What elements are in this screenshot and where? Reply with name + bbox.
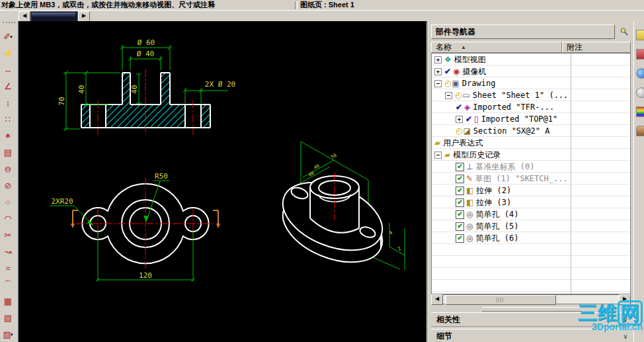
dim-height-70[interactable]: 70	[58, 97, 66, 105]
pin-button[interactable]	[618, 25, 631, 38]
dim-height-40[interactable]: 40	[77, 85, 86, 93]
curve-length-dimension-button[interactable]: ≈	[0, 260, 16, 277]
dim-hole-depth-40[interactable]: 40	[130, 85, 139, 93]
rapid-dimension-button[interactable]: ⚡	[0, 45, 16, 62]
tree-row[interactable]: − ▰ 模型历史记录	[432, 149, 630, 161]
scrollbar-track[interactable]	[30, 11, 78, 22]
tree-row[interactable]: ✔ ◧ 拉伸 (2)	[432, 185, 630, 196]
tree-row[interactable]: ◴◪ Section "SX@2" A	[432, 125, 630, 137]
tree-item-label[interactable]: Imported "TFR-...	[473, 103, 554, 112]
navigator-horizontal-scrollbar[interactable]: ◀ ▶	[431, 294, 631, 304]
tree-row[interactable]: ✔ ✎ 草图 (1) "SKETCH_...	[432, 173, 630, 185]
chamfer-dimension-button[interactable]: ✂	[0, 227, 16, 243]
check-mark[interactable]: ✔	[456, 234, 464, 243]
dropdown-caret-icon[interactable]: ▾	[11, 332, 13, 337]
dependencies-section-bar[interactable]: 相关性 ∨	[431, 312, 631, 327]
column-divider[interactable]	[571, 54, 571, 294]
tree-item-label[interactable]: 基准坐标系 (0)	[475, 161, 534, 173]
vertical-dimension-button[interactable]: ↕	[0, 95, 16, 111]
tree-item-label[interactable]: 简单孔 (4)	[475, 209, 518, 220]
tree-row[interactable]: ✔ ◎ 简单孔 (5)	[432, 220, 630, 232]
tree-row[interactable]: − ◴▣ Drawing	[432, 77, 630, 89]
scrollbar-thumb[interactable]	[32, 13, 75, 19]
plan-view[interactable]: R50 2XR20 120	[50, 172, 220, 282]
inferred-dimension-button[interactable]: ✐▾	[0, 28, 16, 45]
check-mark[interactable]: ✔	[456, 198, 464, 207]
tree-row[interactable]: ✔ ◎ 简单孔 (4)	[432, 208, 630, 220]
column-header-note[interactable]: 附注	[562, 42, 631, 53]
expander-icon[interactable]: −	[434, 80, 442, 87]
tree-row[interactable]: ✔ ◈ Imported "TFR-...	[432, 101, 630, 113]
canvas-horizontal-scrollbar[interactable]: ◀ ▶	[19, 11, 90, 21]
tree-item-label[interactable]: 拉伸 (2)	[476, 185, 511, 196]
check-mark[interactable]: ✔	[456, 103, 462, 112]
dim-radius-50[interactable]: R50	[155, 172, 168, 181]
check-mark[interactable]: ✔	[456, 163, 464, 171]
tree-row[interactable]: ✔ ⊥ 基准坐标系 (0)	[432, 161, 630, 173]
tree-item-label[interactable]: Imported "TOP@1"	[481, 114, 558, 124]
tree-row[interactable]: ✔ ◧ 拉伸 (3)	[432, 196, 630, 208]
tree-row[interactable]: + ✔ ◉ 摄像机	[432, 65, 630, 77]
diameter-dimension-button[interactable]: ⊘	[0, 177, 16, 194]
find-icon[interactable]	[636, 87, 644, 98]
arc-length-dimension-button[interactable]: ⌒	[0, 277, 16, 293]
panel-splitter[interactable]	[482, 307, 581, 312]
iso-dim[interactable]: 40	[313, 163, 320, 171]
nav-scroll-left-button[interactable]: ◀	[431, 294, 443, 305]
nav-scroll-right-button[interactable]: ▶	[619, 294, 631, 305]
nav-scrollbar-thumb[interactable]	[446, 295, 556, 305]
point-dimension-button[interactable]: ✶	[0, 128, 16, 144]
tree-item-label[interactable]: 简单孔 (5)	[475, 221, 518, 232]
toolbar-grip-handle[interactable]	[3, 22, 15, 27]
favorites-icon[interactable]	[636, 30, 644, 40]
cylindrical-dimension-button[interactable]: ⊖	[0, 161, 16, 177]
feature-note-button[interactable]: ▤	[0, 144, 16, 161]
angular-dimension-button[interactable]: ∠	[0, 78, 16, 95]
dim-radius-20[interactable]: 2XR20	[51, 197, 73, 206]
tree-item-label[interactable]: 草图 (1) "SKETCH_...	[475, 173, 568, 185]
tree-row[interactable]: ▰ 用户表达式	[432, 137, 630, 149]
chevron-down-icon[interactable]: ∨	[620, 333, 631, 340]
tree-row[interactable]: − ◴▭ Sheet "Sheet 1" (...	[432, 89, 630, 101]
horizontal-dimension-button[interactable]: ↔	[0, 62, 16, 78]
radius-dimension-button[interactable]: ○	[0, 194, 16, 210]
color-palette-icon[interactable]	[636, 107, 644, 117]
navigator-tree[interactable]: + ❖ 模型视图 + ✔ ◉ 摄像机 − ◴▣ Drawing − ◴▭ She…	[431, 53, 631, 294]
expander-icon[interactable]: −	[434, 151, 442, 159]
dim-diameter-40[interactable]: Ø 40	[137, 50, 155, 58]
section-line-button[interactable]: ▨▾	[0, 326, 16, 342]
dim-side-holes[interactable]: 2X Ø 20	[205, 80, 235, 89]
check-mark[interactable]: ✔	[465, 114, 472, 124]
arc-dimension-button[interactable]: ◠	[0, 210, 16, 227]
ordinate-dimension-button[interactable]: ∷	[0, 111, 16, 128]
front-section-view[interactable]: Ø 60 Ø 40 70 40 40 2X Ø 20	[58, 38, 235, 135]
check-mark[interactable]: ✔	[456, 187, 464, 195]
user-role-icon[interactable]	[636, 126, 644, 136]
dim-diameter-60[interactable]: Ø 60	[138, 38, 155, 47]
expander-icon[interactable]: −	[445, 92, 452, 99]
tree-item-label[interactable]: Drawing	[462, 79, 496, 88]
tree-item-label[interactable]: Sheet "Sheet 1" (...	[473, 91, 569, 100]
tree-item-label[interactable]: 模型历史记录	[453, 150, 501, 161]
tree-row[interactable]: + ✔ ▯ Imported "TOP@1"	[432, 113, 630, 125]
tree-row[interactable]: ✔ ◎ 简单孔 (6)	[432, 232, 630, 244]
tree-item-label[interactable]: Section "SX@2" A	[473, 126, 550, 136]
view-boundary-button[interactable]: ▦	[0, 293, 16, 310]
leader-annotation-button[interactable]: ↝	[0, 243, 16, 260]
column-header-name[interactable]: 名称▲	[431, 42, 562, 53]
tree-row[interactable]: + ❖ 模型视图	[432, 54, 630, 65]
check-mark[interactable]: ✔	[444, 67, 451, 76]
isometric-view[interactable]: 50 40 40 4 2	[273, 142, 405, 275]
drawing-canvas[interactable]: Ø 60 Ø 40 70 40 40 2X Ø 20	[19, 21, 426, 342]
iso-dim[interactable]: 4	[388, 230, 393, 236]
tree-item-label[interactable]: 简单孔 (6)	[475, 233, 518, 244]
tree-item-label[interactable]: 模型视图	[454, 54, 486, 65]
tree-item-label[interactable]: 用户表达式	[443, 138, 483, 149]
dropdown-caret-icon[interactable]: ▾	[10, 34, 13, 40]
check-mark[interactable]: ✔	[456, 210, 464, 219]
check-mark[interactable]: ✔	[456, 222, 464, 231]
iso-dim[interactable]: 40	[307, 171, 315, 178]
details-section-bar[interactable]: 细节 ∨	[431, 329, 631, 342]
web-browser-icon[interactable]	[636, 68, 644, 79]
check-mark[interactable]: ✔	[456, 175, 464, 183]
